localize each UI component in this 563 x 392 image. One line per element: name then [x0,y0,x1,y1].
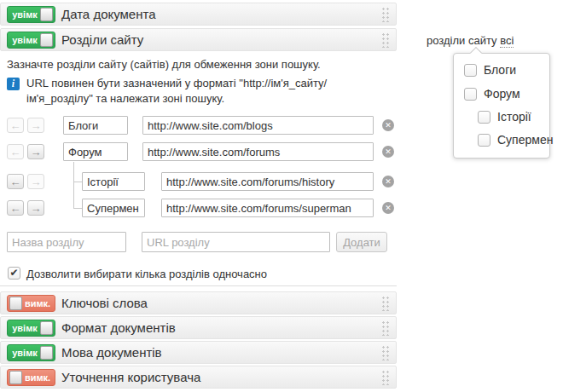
toggle-off-label: вимк. [22,298,53,308]
option-label: Історії [497,110,531,124]
section-title: Дата документа [61,3,156,25]
toggle-knob [40,8,53,21]
section-name-input[interactable] [63,142,128,161]
option-checkbox[interactable] [478,111,490,124]
toggle-knob [9,371,22,384]
right-arrow-icon: → [28,119,44,132]
left-arrow-icon: ← [8,202,23,215]
toggle-knob [9,297,22,310]
option-label: Блоги [484,63,516,77]
delete-icon[interactable]: ✕ [382,146,394,158]
section-header-site-sections[interactable]: увімк Розділи сайту [0,28,397,51]
delete-icon[interactable]: ✕ [382,119,394,131]
toggle-knob [40,33,53,47]
preview-filter: розділи сайту всі [427,34,514,47]
popup-option-forum[interactable]: Форум [464,87,520,101]
popup-option-history[interactable]: Історії [478,110,531,124]
search-settings-page: увімк Дата документа увімк Розділи сайту… [0,0,563,392]
left-arrow-icon: ← [8,119,23,132]
toggle-knob [40,321,53,335]
popup-caret-icon [470,47,482,59]
drag-handle-icon[interactable] [381,32,390,48]
site-sections-panel: Зазначте розділи сайту (сайтів) для обме… [0,51,397,286]
tree-connector-branch [73,182,82,182]
option-label: Форум [484,87,520,101]
section-header-document-language[interactable]: увімк Мова документів [0,341,397,364]
drag-handle-icon[interactable] [381,320,390,336]
popup-option-blogs[interactable]: Блоги [464,63,516,77]
new-section-name-input[interactable] [7,232,126,252]
option-checkbox[interactable] [478,134,490,147]
toggle-on-label: увімк [9,348,40,358]
section-url-input[interactable] [142,142,374,161]
toggle-knob [40,346,53,360]
tree-connector-branch [73,208,82,209]
option-label: Супермен [497,133,553,147]
right-arrow-icon: → [28,202,44,215]
tree-connector-line [73,162,74,208]
section-header-document-date[interactable]: увімк Дата документа [0,3,397,26]
new-section-url-input[interactable] [142,232,330,252]
toggle-document-date[interactable]: увімк [7,6,55,23]
panel-description: Зазначте розділи сайту (сайтів) для обме… [7,58,321,71]
move-left-button[interactable]: ← [7,174,24,189]
check-icon: ✔ [9,268,20,279]
toggle-on-label: увімк [9,35,40,45]
delete-icon[interactable]: ✕ [382,176,394,187]
section-url-input[interactable] [142,116,374,135]
section-title: Мова документів [61,342,162,363]
move-right-button[interactable]: → [27,144,44,159]
toggle-site-sections[interactable]: увімк [7,32,55,49]
drag-handle-icon[interactable] [381,370,390,385]
toggle-user-refinement[interactable]: вимк. [7,369,55,386]
delete-icon[interactable]: ✕ [382,202,394,214]
popup-option-superman[interactable]: Супермен [478,133,553,147]
move-left-button[interactable]: ← [7,144,24,159]
move-right-button[interactable]: → [27,200,44,216]
move-right-button[interactable]: → [27,174,44,189]
info-note: URL повинен бути зазначений у форматі "h… [26,76,388,107]
section-header-user-refinement[interactable]: вимк. Уточнення користувача [0,366,397,389]
right-arrow-icon: → [28,176,44,188]
drag-handle-icon[interactable] [381,7,390,22]
section-name-input[interactable] [82,172,145,191]
preview-filter-prefix: розділи сайту [427,34,497,47]
info-icon: i [7,78,20,90]
left-arrow-icon: ← [8,176,23,188]
section-header-document-format[interactable]: увімк Формат документів [0,316,397,339]
toggle-keywords[interactable]: вимк. [7,295,55,312]
drag-handle-icon[interactable] [381,296,390,311]
option-checkbox[interactable] [464,64,477,77]
section-title: Уточнення користувача [61,366,200,388]
section-title: Розділи сайту [61,29,143,50]
section-url-input[interactable] [161,199,374,217]
drag-handle-icon[interactable] [381,345,390,360]
section-url-input[interactable] [161,172,374,191]
toggle-document-language[interactable]: увімк [7,344,55,361]
section-name-input[interactable] [63,116,128,135]
toggle-on-label: увімк [9,9,40,20]
section-title: Формат документів [61,317,176,338]
move-right-button[interactable]: → [27,118,44,133]
multi-select-checkbox[interactable]: ✔ [8,267,20,280]
sections-dropdown-popup: Блоги Форум Історії Супермен [453,53,550,159]
multi-select-label: Дозволити вибирати кілька розділів одноч… [26,268,267,280]
right-arrow-icon: → [28,146,44,159]
preview-filter-link[interactable]: всі [500,34,514,48]
section-title: Ключові слова [61,292,148,314]
toggle-on-label: увімк [9,323,40,333]
move-left-button[interactable]: ← [7,118,24,133]
left-arrow-icon: ← [8,146,23,159]
move-left-button[interactable]: ← [7,200,24,216]
toggle-off-label: вимк. [22,372,53,383]
section-header-keywords[interactable]: вимк. Ключові слова [0,291,397,314]
section-name-input[interactable] [82,199,145,217]
toggle-document-format[interactable]: увімк [7,320,55,337]
option-checkbox[interactable] [464,88,477,101]
add-section-button[interactable]: Додати [336,232,387,252]
